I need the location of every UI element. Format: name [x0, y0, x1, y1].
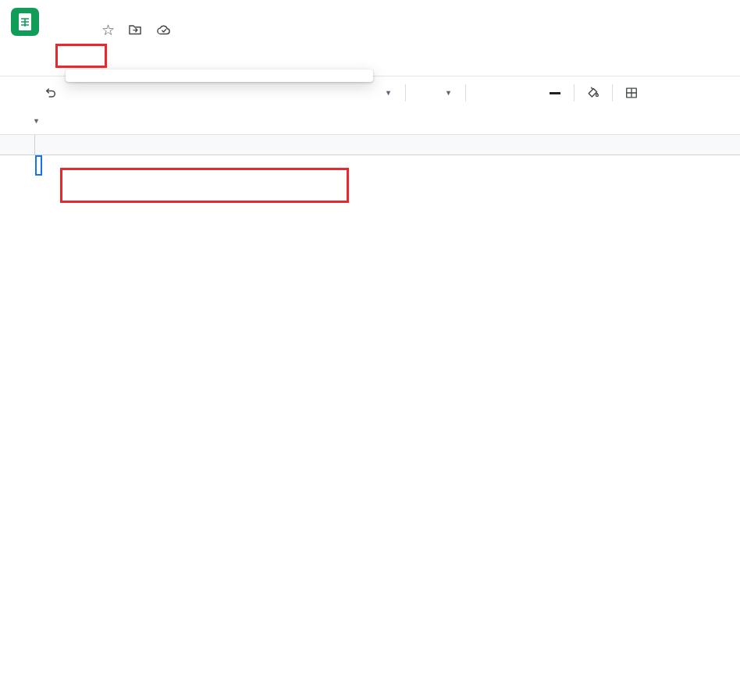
- strikethrough-button[interactable]: [520, 81, 543, 105]
- formula-bar: ▼: [0, 108, 740, 135]
- fill-color-icon: [585, 85, 601, 101]
- xlsx-badge: [76, 27, 89, 32]
- borders-button[interactable]: [620, 81, 643, 105]
- chevron-down-icon: ▼: [445, 89, 452, 97]
- move-to-folder-icon[interactable]: [127, 22, 143, 37]
- toolbar-divider: [612, 84, 613, 101]
- google-sheets-app: ☆ ▼ ▼: [0, 0, 740, 700]
- title-row: ☆: [66, 19, 173, 41]
- undo-icon: [42, 85, 58, 101]
- column-header-strip: [0, 135, 740, 155]
- star-icon[interactable]: ☆: [101, 21, 115, 39]
- file-menu-dropdown: [66, 69, 373, 82]
- cloud-status-icon[interactable]: [155, 22, 173, 37]
- italic-button[interactable]: [496, 81, 520, 105]
- selected-cell-outline: [35, 155, 42, 176]
- sheets-logo-icon[interactable]: [11, 8, 39, 36]
- toolbar-divider: [574, 84, 575, 101]
- select-all-corner[interactable]: [0, 135, 35, 155]
- chevron-down-icon: ▼: [385, 89, 392, 97]
- toolbar-divider: [465, 84, 466, 101]
- bold-button[interactable]: [473, 81, 496, 105]
- undo-button[interactable]: [37, 76, 62, 108]
- text-color-button[interactable]: [543, 81, 567, 105]
- chevron-down-icon[interactable]: ▼: [33, 108, 40, 135]
- borders-icon: [624, 85, 639, 101]
- toolbar-divider: [405, 84, 406, 101]
- toolbar-right-section: ▼ ▼: [379, 76, 643, 108]
- topbar: ☆: [0, 0, 740, 76]
- text-color-indicator: [550, 92, 560, 94]
- fill-color-button[interactable]: [582, 81, 605, 105]
